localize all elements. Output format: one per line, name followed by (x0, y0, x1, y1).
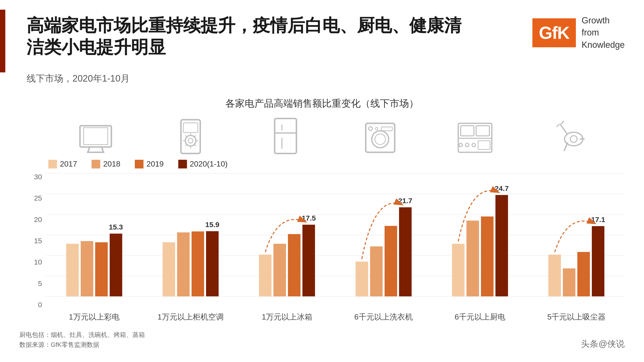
svg-line-13 (185, 135, 187, 137)
bar-col (466, 173, 479, 296)
logo-text: GfK (539, 23, 569, 43)
legend-label-2017: 2017 (60, 160, 77, 168)
svg-point-7 (185, 135, 196, 146)
bar (259, 255, 272, 296)
logo-block: GfK GrowthfromKnowledge (532, 14, 625, 51)
bar-col (95, 173, 108, 296)
gfk-logo: GfK (532, 18, 576, 47)
svg-line-38 (556, 124, 560, 127)
svg-line-40 (564, 142, 568, 151)
watermark: 头条@侠说 (581, 338, 625, 350)
bar (274, 244, 286, 296)
footer-note1: 厨电包括：烟机、灶具、洗碗机、烤箱、蒸箱 (19, 330, 145, 340)
bar-col (192, 173, 204, 296)
icon-vacuum (536, 117, 604, 155)
bar-col: 24.7 (496, 173, 508, 296)
page: 高端家电市场比重持续提升，疫情后白电、厨电、健康清洁类小电提升明显 GfK Gr… (0, 0, 644, 362)
title-block: 高端家电市场比重持续提升，疫情后白电、厨电、健康清洁类小电提升明显 (26, 14, 532, 58)
category-group: 17.5 (239, 173, 335, 296)
bar (563, 268, 576, 296)
svg-line-39 (560, 121, 564, 124)
bar: 24.7 (496, 195, 508, 296)
legend-color-2020 (178, 160, 187, 168)
y-axis-label: 10 (34, 259, 42, 266)
legend-label-2019: 2019 (146, 160, 164, 168)
bar (466, 221, 479, 297)
svg-point-36 (570, 136, 577, 142)
svg-rect-28 (461, 126, 474, 136)
bar (384, 226, 397, 296)
x-label: 5千元以上吸尘器 (528, 309, 625, 323)
bar-col (66, 173, 79, 296)
svg-point-24 (368, 127, 372, 131)
category-group: 15.3 (46, 173, 142, 296)
bar (162, 242, 175, 296)
bar (81, 241, 93, 297)
svg-line-15 (185, 145, 187, 146)
svg-point-22 (372, 131, 389, 148)
y-axis-label: 25 (34, 195, 42, 202)
x-label: 6千元以上厨电 (432, 309, 528, 323)
chart-wrapper: 2017 2018 2019 2020(1-10) 302520151050 (19, 117, 625, 323)
icon-washer (346, 121, 414, 155)
bar (452, 244, 464, 296)
legend: 2017 2018 2019 2020(1-10) (48, 160, 625, 168)
x-label: 1万元以上冰箱 (239, 309, 335, 323)
icons-row (48, 117, 625, 155)
bar-col (577, 173, 590, 296)
legend-2017: 2017 (48, 160, 77, 168)
y-axis-label: 30 (34, 173, 42, 181)
svg-rect-29 (476, 126, 490, 136)
bar (66, 244, 79, 296)
bar-col (274, 173, 286, 296)
legend-label-2020: 2020(1-10) (190, 160, 228, 168)
bar-value-label: 17.5 (302, 214, 316, 222)
y-axis: 302520151050 (26, 173, 46, 309)
svg-rect-6 (183, 123, 198, 132)
bar-value-label: 24.7 (495, 184, 509, 193)
bar-chart: 302520151050 15.315.917.521.724.717.1 (26, 173, 625, 309)
bar: 15.3 (110, 234, 122, 296)
bar (370, 246, 383, 296)
bar (481, 217, 494, 297)
bar-value-label: 15.9 (205, 221, 219, 229)
bar (577, 252, 590, 296)
svg-line-14 (194, 135, 196, 137)
y-axis-label: 20 (34, 216, 42, 223)
x-label: 1万元以上彩电 (46, 309, 142, 323)
bar-col (81, 173, 93, 296)
svg-rect-34 (478, 141, 490, 149)
svg-line-37 (560, 124, 568, 135)
bar (192, 231, 204, 296)
legend-2019: 2019 (135, 160, 164, 168)
bar: 15.9 (206, 231, 218, 296)
x-label: 6千元以上洗衣机 (335, 309, 432, 323)
svg-point-33 (472, 143, 476, 147)
bar-col: 17.1 (592, 173, 604, 296)
bar-col: 21.7 (399, 173, 412, 296)
bar-col (384, 173, 397, 296)
footer-notes: 厨电包括：烟机、灶具、洗碗机、烤箱、蒸箱 数据来源：GfK零售监测数据 (19, 330, 145, 350)
grid-line (46, 296, 625, 297)
bar-col: 17.5 (302, 173, 315, 296)
x-label: 1万元以上柜机空调 (142, 309, 239, 323)
icon-kitchen (441, 121, 509, 155)
footer: 厨电包括：烟机、灶具、洗碗机、烤箱、蒸箱 数据来源：GfK零售监测数据 头条@侠… (19, 330, 625, 350)
legend-2018: 2018 (92, 160, 120, 168)
svg-rect-26 (382, 127, 392, 131)
svg-point-31 (459, 143, 462, 147)
svg-rect-1 (84, 128, 108, 145)
logo-tagline: GrowthfromKnowledge (582, 14, 625, 51)
icon-fridge (252, 117, 319, 155)
bar-col (452, 173, 464, 296)
bar (288, 234, 300, 296)
subtitle: 线下市场，2020年1-10月 (19, 72, 625, 85)
bar-value-label: 15.3 (109, 223, 123, 231)
bar: 17.1 (592, 226, 604, 296)
y-axis-label: 15 (34, 237, 42, 245)
bar-col (177, 173, 190, 296)
y-axis-label: 5 (38, 280, 42, 287)
svg-point-8 (188, 138, 193, 143)
bar-value-label: 17.1 (591, 216, 605, 224)
bar (356, 262, 368, 297)
